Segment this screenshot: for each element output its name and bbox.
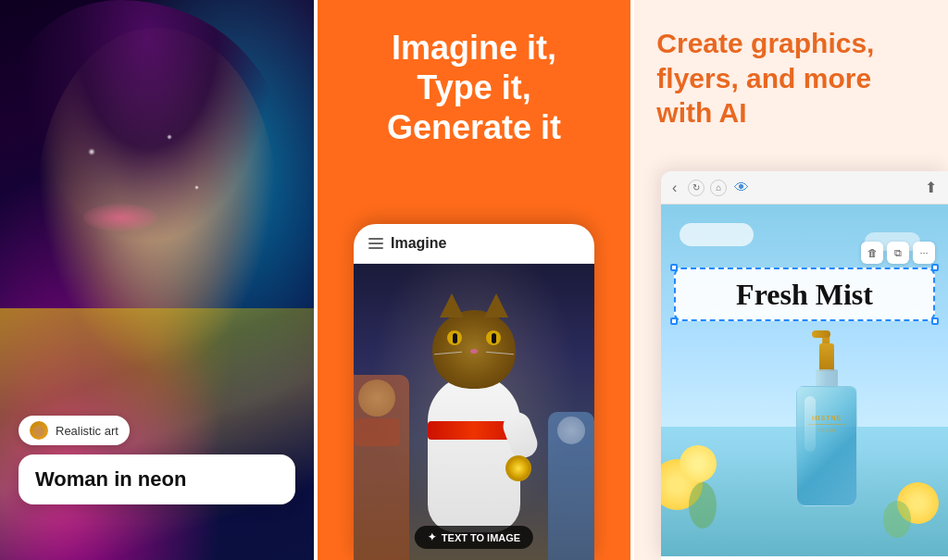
fresh-mist-text-box[interactable]: Fresh Mist: [674, 268, 935, 321]
glass-highlight: [805, 396, 816, 452]
cat-medal: [505, 455, 531, 481]
cat-head: [432, 310, 516, 389]
perfume-bottle: MISTNE FRESH: [790, 343, 864, 510]
handle-top-right[interactable]: [931, 264, 939, 271]
leaf-1: [689, 482, 717, 529]
lips-glow: [83, 204, 157, 231]
panel2-header: Imagine it, Type it, Generate it: [368, 0, 580, 167]
avatar-icon: [30, 421, 48, 440]
panel-graphics: Create graphics, flyers, and more with A…: [634, 0, 948, 560]
panel3-header: Create graphics, flyers, and more with A…: [634, 0, 948, 145]
fresh-mist-label: Fresh Mist: [736, 278, 873, 311]
delete-icon[interactable]: 🗑: [861, 242, 883, 264]
bottle-cap: [819, 343, 834, 371]
cat-suit: [428, 375, 520, 532]
text-to-image-label: TEXT TO IMAGE: [442, 532, 520, 543]
whisker-left: [434, 352, 462, 355]
back-icon[interactable]: ‹: [672, 180, 677, 196]
cat-ear-right: [484, 293, 508, 317]
fresh-mist-text-overlay: 🗑 ⧉ ··· Fresh Mist: [674, 242, 935, 321]
cat-nose: [470, 349, 478, 354]
whisker-right: [486, 352, 514, 355]
hamburger-icon: [368, 238, 383, 249]
cat-eye-right: [486, 330, 501, 345]
sparkle-2: [167, 134, 172, 140]
phone-header-bar: Imagine: [354, 224, 594, 264]
share-icon[interactable]: ⬆: [925, 179, 937, 196]
cat-character: [409, 310, 539, 532]
eye-icon[interactable]: 👁: [734, 180, 749, 196]
caption-area: Realistic art Woman in neon: [19, 416, 295, 504]
text-to-image-icon: ✦: [428, 531, 436, 543]
pump-head: [812, 330, 830, 338]
browser-toolbar: ‹ ↻ ⌂ 👁 ⬆: [661, 171, 948, 205]
fresh-mist-text-container: Fresh Mist: [674, 268, 935, 321]
flower-yellow-2: [680, 445, 717, 482]
perfume-ad-content: MISTNE FRESH 🗑 ⧉ ···: [661, 205, 948, 556]
caption-badge: Realistic art: [19, 416, 130, 445]
bottle-body: MISTNE FRESH: [796, 386, 857, 506]
panel-neon-portrait: Realistic art Woman in neon: [0, 0, 314, 560]
flowers-right: [874, 454, 939, 538]
flowers-left: [661, 427, 735, 529]
reload-icon[interactable]: ↻: [688, 180, 705, 196]
more-options-icon[interactable]: ···: [913, 242, 935, 264]
text-to-image-badge: ✦ TEXT TO IMAGE: [415, 526, 533, 549]
bottle-neck: [816, 369, 838, 388]
handle-top-left[interactable]: [670, 264, 678, 271]
home-icon[interactable]: ⌂: [710, 180, 727, 196]
divider-1: [314, 0, 318, 560]
handle-bottom-right[interactable]: [931, 317, 939, 325]
sparkle-3: [194, 185, 199, 190]
divider-2: [630, 0, 634, 560]
caption-main-text: Woman in neon: [19, 454, 295, 504]
phone-mockup: Imagine: [354, 224, 594, 560]
cat-eye-left: [447, 330, 462, 345]
phone-app-title: Imagine: [391, 235, 446, 252]
text-edit-toolbar: 🗑 ⧉ ···: [674, 242, 935, 264]
browser-mockup: ‹ ↻ ⌂ 👁 ⬆: [661, 171, 948, 560]
anime-char-right: [548, 412, 594, 560]
cat-ear-left: [440, 293, 464, 317]
handle-bottom-left[interactable]: [670, 317, 678, 325]
anime-char-left: [354, 375, 409, 560]
browser-nav-controls: ↻ ⌂: [688, 180, 727, 196]
panel-ai-generate: Imagine it, Type it, Generate it Imagine: [318, 0, 631, 560]
copy-icon[interactable]: ⧉: [887, 242, 909, 264]
phone-content-area: ✦ TEXT TO IMAGE: [354, 264, 594, 560]
cat-generated-image: ✦ TEXT TO IMAGE: [354, 264, 594, 560]
leaf-2: [883, 501, 911, 538]
sparkle-1: [88, 148, 95, 156]
badge-label: Realistic art: [56, 424, 118, 438]
